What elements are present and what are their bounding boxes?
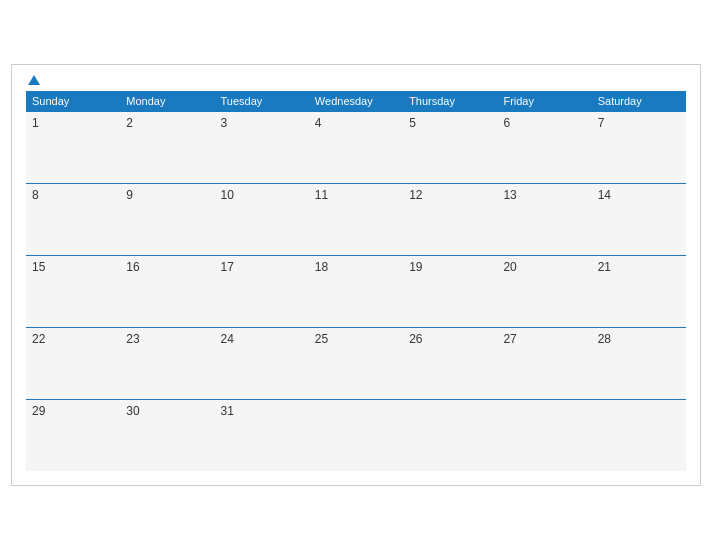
day-number-27: 27 <box>503 332 516 346</box>
day-number-4: 4 <box>315 116 322 130</box>
day-number-21: 21 <box>598 260 611 274</box>
day-cell-21: 21 <box>592 255 686 327</box>
day-number-17: 17 <box>221 260 234 274</box>
day-number-30: 30 <box>126 404 139 418</box>
day-number-7: 7 <box>598 116 605 130</box>
day-cell-26: 26 <box>403 327 497 399</box>
day-number-1: 1 <box>32 116 39 130</box>
day-number-2: 2 <box>126 116 133 130</box>
day-cell-31: 31 <box>215 399 309 471</box>
day-cell-17: 17 <box>215 255 309 327</box>
day-number-19: 19 <box>409 260 422 274</box>
day-number-20: 20 <box>503 260 516 274</box>
day-number-12: 12 <box>409 188 422 202</box>
day-number-8: 8 <box>32 188 39 202</box>
day-number-5: 5 <box>409 116 416 130</box>
day-cell-18: 18 <box>309 255 403 327</box>
day-number-26: 26 <box>409 332 422 346</box>
day-cell-6: 6 <box>497 111 591 183</box>
day-number-3: 3 <box>221 116 228 130</box>
day-number-18: 18 <box>315 260 328 274</box>
calendar-header <box>26 75 686 85</box>
week-row-4: 22232425262728 <box>26 327 686 399</box>
day-cell-9: 9 <box>120 183 214 255</box>
day-cell-30: 30 <box>120 399 214 471</box>
week-row-3: 15161718192021 <box>26 255 686 327</box>
day-cell-27: 27 <box>497 327 591 399</box>
day-number-31: 31 <box>221 404 234 418</box>
day-cell-14: 14 <box>592 183 686 255</box>
day-number-25: 25 <box>315 332 328 346</box>
day-cell-5: 5 <box>403 111 497 183</box>
day-cell-22: 22 <box>26 327 120 399</box>
week-row-2: 891011121314 <box>26 183 686 255</box>
calendar-grid: SundayMondayTuesdayWednesdayThursdayFrid… <box>26 91 686 472</box>
week-row-1: 1234567 <box>26 111 686 183</box>
day-number-22: 22 <box>32 332 45 346</box>
day-cell-7: 7 <box>592 111 686 183</box>
day-cell-3: 3 <box>215 111 309 183</box>
weekday-header-monday: Monday <box>120 91 214 112</box>
empty-cell <box>592 399 686 471</box>
day-cell-23: 23 <box>120 327 214 399</box>
day-cell-12: 12 <box>403 183 497 255</box>
day-number-10: 10 <box>221 188 234 202</box>
day-number-23: 23 <box>126 332 139 346</box>
weekday-header-tuesday: Tuesday <box>215 91 309 112</box>
day-cell-20: 20 <box>497 255 591 327</box>
day-cell-24: 24 <box>215 327 309 399</box>
calendar-container: SundayMondayTuesdayWednesdayThursdayFrid… <box>11 64 701 487</box>
day-number-24: 24 <box>221 332 234 346</box>
empty-cell <box>403 399 497 471</box>
logo-triangle-icon <box>28 75 40 85</box>
day-cell-19: 19 <box>403 255 497 327</box>
day-number-14: 14 <box>598 188 611 202</box>
weekday-header-row: SundayMondayTuesdayWednesdayThursdayFrid… <box>26 91 686 112</box>
day-number-13: 13 <box>503 188 516 202</box>
weekday-header-friday: Friday <box>497 91 591 112</box>
day-number-6: 6 <box>503 116 510 130</box>
weekday-header-saturday: Saturday <box>592 91 686 112</box>
day-cell-15: 15 <box>26 255 120 327</box>
day-cell-1: 1 <box>26 111 120 183</box>
day-cell-2: 2 <box>120 111 214 183</box>
day-cell-16: 16 <box>120 255 214 327</box>
day-cell-8: 8 <box>26 183 120 255</box>
day-number-15: 15 <box>32 260 45 274</box>
weekday-header-wednesday: Wednesday <box>309 91 403 112</box>
day-cell-11: 11 <box>309 183 403 255</box>
day-number-28: 28 <box>598 332 611 346</box>
day-number-16: 16 <box>126 260 139 274</box>
empty-cell <box>497 399 591 471</box>
week-row-5: 293031 <box>26 399 686 471</box>
day-cell-13: 13 <box>497 183 591 255</box>
day-number-29: 29 <box>32 404 45 418</box>
logo <box>26 75 40 85</box>
day-cell-4: 4 <box>309 111 403 183</box>
empty-cell <box>309 399 403 471</box>
day-cell-29: 29 <box>26 399 120 471</box>
weekday-header-sunday: Sunday <box>26 91 120 112</box>
day-cell-10: 10 <box>215 183 309 255</box>
day-cell-25: 25 <box>309 327 403 399</box>
day-number-11: 11 <box>315 188 328 202</box>
weekday-header-thursday: Thursday <box>403 91 497 112</box>
day-cell-28: 28 <box>592 327 686 399</box>
day-number-9: 9 <box>126 188 133 202</box>
